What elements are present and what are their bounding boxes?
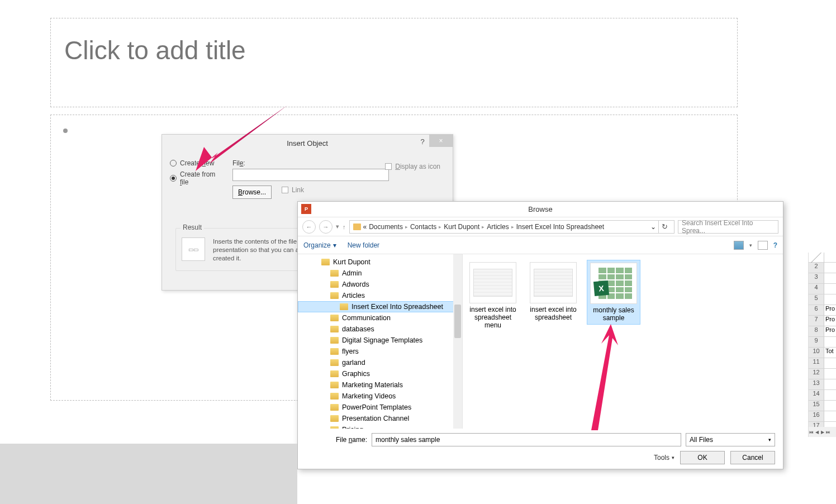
- folder-tree[interactable]: Kurt DupontAdminAdwordsArticlesInsert Ex…: [298, 254, 463, 429]
- row-header[interactable]: 2: [809, 263, 824, 273]
- cell[interactable]: [824, 358, 836, 368]
- excel-row[interactable]: 2: [809, 263, 836, 273]
- tools-button[interactable]: Tools ▾: [654, 454, 674, 462]
- excel-row[interactable]: 9: [809, 337, 836, 348]
- tree-item[interactable]: Presentation Channel: [298, 413, 462, 424]
- cell[interactable]: [824, 390, 836, 400]
- cell[interactable]: Pro: [824, 305, 836, 315]
- row-header[interactable]: 9: [809, 337, 824, 347]
- cell[interactable]: [824, 401, 836, 411]
- tree-item[interactable]: Articles: [298, 290, 462, 301]
- excel-row[interactable]: 11: [809, 358, 836, 369]
- sheet-tabs[interactable]: ⏮ ◀ ▶ ⏭: [809, 427, 836, 437]
- tree-item[interactable]: Pricing: [298, 424, 462, 429]
- new-folder-button[interactable]: New folder: [348, 241, 379, 249]
- forward-button[interactable]: →: [319, 220, 332, 234]
- breadcrumb-item[interactable]: Contacts: [410, 223, 436, 231]
- tree-item[interactable]: Digital Signage Templates: [298, 335, 462, 346]
- file-item[interactable]: insert excel into spreadsheet: [526, 260, 580, 324]
- row-header[interactable]: 6: [809, 305, 824, 315]
- row-header[interactable]: 10: [809, 348, 824, 358]
- help-icon[interactable]: ?: [773, 241, 777, 249]
- row-header[interactable]: 16: [809, 411, 824, 421]
- cell[interactable]: [824, 284, 836, 294]
- close-button[interactable]: ×: [429, 135, 453, 147]
- browse-button[interactable]: Browse...: [232, 186, 272, 199]
- excel-row[interactable]: 6Pro: [809, 305, 836, 316]
- excel-row[interactable]: 12: [809, 369, 836, 379]
- dropdown-icon[interactable]: ▾: [336, 223, 339, 230]
- cell[interactable]: [824, 411, 836, 421]
- tree-item[interactable]: Insert Excel Into Spreadsheet: [298, 301, 462, 312]
- help-button[interactable]: ?: [417, 137, 428, 146]
- filename-input[interactable]: [372, 433, 681, 446]
- row-header[interactable]: 12: [809, 369, 824, 379]
- excel-row[interactable]: 16: [809, 411, 836, 422]
- cell[interactable]: [824, 379, 836, 389]
- tree-item[interactable]: garland: [298, 357, 462, 368]
- tree-item[interactable]: Marketing Videos: [298, 391, 462, 402]
- excel-row[interactable]: 8Pro: [809, 326, 836, 337]
- cell[interactable]: [824, 337, 836, 347]
- tree-item[interactable]: Graphics: [298, 368, 462, 379]
- tab-last-icon[interactable]: ⏭: [825, 430, 831, 435]
- tree-item[interactable]: Marketing Materials: [298, 379, 462, 391]
- organize-button[interactable]: Organize ▾: [303, 241, 336, 249]
- cell[interactable]: Pro: [824, 326, 836, 336]
- cancel-button[interactable]: Cancel: [730, 451, 775, 464]
- tree-item[interactable]: Kurt Dupont: [298, 256, 462, 268]
- slide-title-placeholder[interactable]: Click to add title: [50, 18, 738, 107]
- tab-first-icon[interactable]: ⏮: [809, 430, 814, 435]
- cell[interactable]: [824, 294, 836, 305]
- ok-button[interactable]: OK: [680, 451, 725, 464]
- cell[interactable]: [824, 263, 836, 273]
- excel-row[interactable]: 3: [809, 273, 836, 284]
- breadcrumb-dropdown-icon[interactable]: ⌄: [650, 223, 656, 231]
- scrollbar[interactable]: [453, 254, 462, 429]
- radio-create-new[interactable]: Create new: [170, 159, 226, 167]
- breadcrumb-item[interactable]: Kurt Dupont: [444, 223, 479, 231]
- tab-next-icon[interactable]: ▶: [820, 430, 825, 435]
- row-header[interactable]: 14: [809, 390, 824, 400]
- tree-item[interactable]: flyers: [298, 346, 462, 357]
- search-input[interactable]: Search Insert Excel Into Sprea...: [678, 220, 778, 234]
- tree-item[interactable]: PowerPoint Templates: [298, 402, 462, 413]
- cell[interactable]: Pro: [824, 316, 836, 326]
- excel-row[interactable]: 14: [809, 390, 836, 401]
- file-item[interactable]: Xmonthly sales sample: [587, 260, 640, 325]
- radio-create-from-file[interactable]: Create from file: [170, 170, 226, 186]
- excel-row[interactable]: 15: [809, 401, 836, 411]
- breadcrumb-item[interactable]: Insert Excel Into Spreadsheet: [516, 223, 604, 231]
- breadcrumb-bar[interactable]: « Documents▸ Contacts▸ Kurt Dupont▸ Arti…: [349, 220, 675, 234]
- select-all-corner[interactable]: [809, 253, 824, 263]
- refresh-button[interactable]: ↻: [658, 221, 671, 233]
- file-list[interactable]: insert excel into spreadsheet menuinsert…: [463, 254, 783, 429]
- scrollbar-thumb[interactable]: [454, 305, 461, 338]
- tree-item[interactable]: Adwords: [298, 279, 462, 290]
- cell[interactable]: Tot: [824, 348, 836, 358]
- file-path-input[interactable]: [232, 169, 389, 181]
- up-button[interactable]: ↑: [343, 224, 346, 230]
- row-header[interactable]: 3: [809, 273, 824, 283]
- preview-pane-button[interactable]: [758, 241, 768, 250]
- link-checkbox[interactable]: Link: [282, 186, 304, 194]
- breadcrumb-item[interactable]: Articles: [487, 223, 509, 231]
- excel-row[interactable]: 5: [809, 294, 836, 305]
- excel-row[interactable]: 4: [809, 284, 836, 294]
- view-button[interactable]: [734, 241, 744, 250]
- file-type-filter[interactable]: All Files ▾: [686, 433, 775, 446]
- display-as-icon-checkbox[interactable]: Display as icon: [385, 163, 440, 170]
- excel-row[interactable]: 7Pro: [809, 316, 836, 326]
- row-header[interactable]: 4: [809, 284, 824, 294]
- row-header[interactable]: 5: [809, 294, 824, 305]
- tree-item[interactable]: databases: [298, 324, 462, 335]
- excel-row[interactable]: 13: [809, 379, 836, 390]
- breadcrumb-item[interactable]: Documents: [369, 223, 403, 231]
- cell[interactable]: [824, 369, 836, 379]
- view-dropdown-icon[interactable]: ▾: [749, 243, 752, 248]
- tree-item[interactable]: Admin: [298, 268, 462, 279]
- row-header[interactable]: 15: [809, 401, 824, 411]
- row-header[interactable]: 7: [809, 316, 824, 326]
- row-header[interactable]: 11: [809, 358, 824, 368]
- cell[interactable]: [824, 273, 836, 283]
